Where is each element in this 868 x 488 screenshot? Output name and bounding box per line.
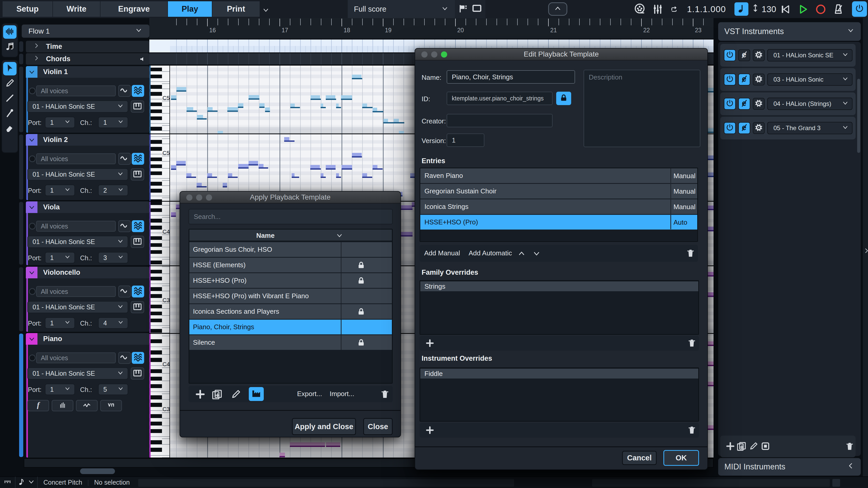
template-row[interactable]: Gregorian Sus Choir, HSO xyxy=(189,242,392,257)
vst-instrument-select[interactable]: 04 - HALion (Strings) xyxy=(767,98,852,110)
apply-dialog-titlebar[interactable]: Apply Playback Template xyxy=(180,192,400,203)
track-gutter-selected[interactable] xyxy=(19,334,23,457)
vst-edit-button[interactable]: e xyxy=(738,122,750,134)
routing-keyboard-button[interactable] xyxy=(131,367,144,380)
track-collapse-button[interactable] xyxy=(26,333,37,345)
keyboard[interactable]: C5 xyxy=(149,133,170,201)
note[interactable] xyxy=(708,128,714,133)
frame-icon[interactable] xyxy=(471,3,482,15)
note[interactable] xyxy=(176,161,186,165)
track-gutter[interactable] xyxy=(19,134,23,200)
delete-entry-icon[interactable] xyxy=(686,248,695,259)
note[interactable] xyxy=(708,272,714,276)
vst-power-button[interactable] xyxy=(724,122,736,134)
close-window-button[interactable] xyxy=(421,52,428,58)
track-header[interactable]: Violoncello xyxy=(26,267,149,278)
note[interactable] xyxy=(320,173,323,178)
add-family-override-icon[interactable] xyxy=(425,338,435,349)
delete-instrument-icon[interactable] xyxy=(845,441,855,452)
note[interactable] xyxy=(290,442,325,447)
track-header[interactable]: Viola xyxy=(26,201,149,213)
add-instrument-icon[interactable] xyxy=(725,441,735,452)
note[interactable] xyxy=(176,204,180,209)
entry-row[interactable]: Raven PianoManual xyxy=(420,168,697,183)
vst-settings-button[interactable] xyxy=(753,74,765,86)
note[interactable] xyxy=(708,425,714,430)
move-down-icon[interactable] xyxy=(532,249,541,259)
description-field[interactable]: Description xyxy=(584,70,700,147)
multi-wave-button[interactable] xyxy=(132,352,144,364)
note[interactable] xyxy=(258,164,264,169)
note[interactable] xyxy=(196,183,202,188)
entry-row[interactable]: Gregorian Sustain ChoirManual xyxy=(420,184,697,199)
search-input[interactable]: Search... xyxy=(189,209,393,224)
id-field[interactable]: ktemplate.user.piano_choir_strings xyxy=(447,92,553,105)
waveform-tool-button[interactable] xyxy=(3,25,17,39)
marker-icon[interactable] xyxy=(458,3,468,15)
note[interactable] xyxy=(238,164,249,169)
entry-row[interactable]: HSSE+HSO (Pro)Auto xyxy=(420,215,697,230)
voices-input[interactable]: All voices xyxy=(36,352,116,363)
note[interactable] xyxy=(336,103,339,108)
note[interactable] xyxy=(238,103,243,108)
vst-settings-button[interactable] xyxy=(753,49,765,61)
template-row[interactable]: Piano, Choir, Strings xyxy=(189,320,392,334)
note[interactable] xyxy=(708,172,714,177)
track-gutter[interactable] xyxy=(19,67,23,132)
dynamics-button[interactable]: f xyxy=(27,400,49,411)
rewind-icon[interactable] xyxy=(780,4,791,16)
note[interactable] xyxy=(290,103,295,108)
delete-family-override-icon[interactable] xyxy=(687,338,697,349)
track-collapse-button[interactable] xyxy=(26,267,37,278)
vst-edit-button[interactable]: e xyxy=(738,74,750,86)
note[interactable] xyxy=(265,107,270,112)
note[interactable] xyxy=(708,382,714,386)
note[interactable] xyxy=(218,131,223,133)
line-tool-button[interactable] xyxy=(3,92,17,105)
tab-print[interactable]: Print xyxy=(212,1,259,17)
note[interactable] xyxy=(708,205,714,210)
note[interactable] xyxy=(310,165,320,170)
note[interactable] xyxy=(342,165,352,170)
video-icon[interactable] xyxy=(633,3,646,16)
import-button[interactable]: Import... xyxy=(330,390,354,398)
note[interactable] xyxy=(227,107,238,112)
track-collapse-button[interactable] xyxy=(26,134,37,145)
horizontal-scrollbar[interactable] xyxy=(80,468,115,474)
vst-power-button[interactable] xyxy=(724,98,736,110)
music-note-tool-button[interactable] xyxy=(3,40,17,54)
note[interactable] xyxy=(187,107,193,112)
track-gutter[interactable] xyxy=(19,41,23,52)
quarter-note-button[interactable] xyxy=(735,2,748,16)
instrument-select[interactable]: 01 - HALion Sonic SE xyxy=(27,100,128,112)
add-instrument-override-icon[interactable] xyxy=(425,425,435,436)
routing-keyboard-button[interactable] xyxy=(131,100,144,112)
track-collapse-button[interactable] xyxy=(26,66,37,78)
note[interactable] xyxy=(259,103,265,108)
lock-id-button[interactable] xyxy=(556,92,571,105)
vst-power-button[interactable] xyxy=(724,49,736,61)
velocity-button[interactable] xyxy=(52,400,73,411)
multi-wave-button[interactable] xyxy=(132,153,144,165)
template-row[interactable]: HSSE+HSO (Pro) with Vibrant E Piano xyxy=(189,289,392,303)
multi-wave-button[interactable] xyxy=(132,85,144,97)
voice-toggle[interactable] xyxy=(29,156,36,162)
power-button[interactable] xyxy=(852,1,867,17)
timeline-ruler[interactable]: 1617181920212223 xyxy=(149,18,714,39)
note[interactable] xyxy=(383,119,388,123)
note[interactable] xyxy=(326,165,336,170)
voices-input[interactable]: All voices xyxy=(36,221,116,232)
factory-templates-button[interactable] xyxy=(249,387,264,401)
pitch-bend-button[interactable] xyxy=(76,400,98,411)
note[interactable] xyxy=(373,108,377,112)
instrument-select[interactable]: 01 - HALion Sonic SE xyxy=(27,236,128,248)
vst-scrollbar[interactable] xyxy=(857,79,860,153)
port-select[interactable]: 1 xyxy=(45,252,75,263)
expression-curve-button[interactable] xyxy=(118,286,131,297)
minimize-window-button[interactable] xyxy=(196,194,202,201)
note[interactable] xyxy=(171,212,176,217)
keyboard[interactable]: C4 xyxy=(149,201,170,265)
creator-field[interactable] xyxy=(447,114,553,127)
note[interactable] xyxy=(228,173,232,178)
multi-wave-button[interactable] xyxy=(132,286,144,297)
